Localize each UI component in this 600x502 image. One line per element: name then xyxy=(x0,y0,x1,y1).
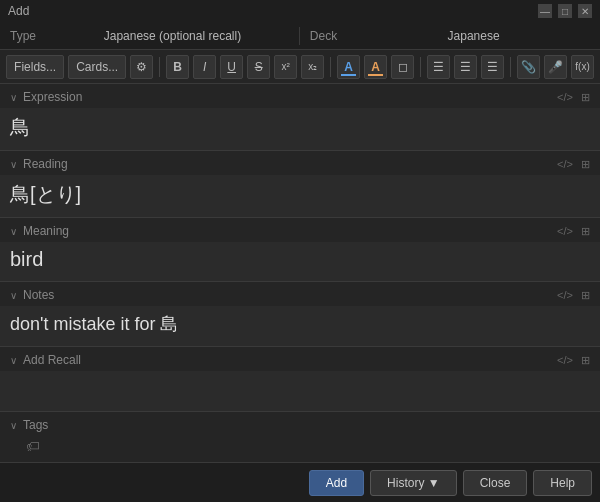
pin-icon-add-recall[interactable]: ⊞ xyxy=(581,354,590,367)
bold-icon: B xyxy=(173,60,182,74)
history-button[interactable]: History ▼ xyxy=(370,470,457,496)
chevron-icon-tags: ∨ xyxy=(10,420,17,431)
field-header-left-reading: ∨ Reading xyxy=(10,157,68,171)
field-text-notes[interactable]: don't mistake it for 島 xyxy=(10,312,590,336)
code-icon-add-recall[interactable]: </> xyxy=(557,354,573,366)
tags-header: ∨ Tags xyxy=(10,418,590,432)
pin-icon-notes[interactable]: ⊞ xyxy=(581,289,590,302)
type-deck-row: Type Japanese (optional recall) Deck Jap… xyxy=(0,22,600,50)
deck-label: Deck xyxy=(300,29,347,43)
field-section-add-recall: ∨ Add Recall </> ⊞ xyxy=(0,347,600,411)
type-label: Type xyxy=(0,29,46,43)
pin-icon-reading[interactable]: ⊞ xyxy=(581,158,590,171)
tags-input-area[interactable]: 🏷 xyxy=(10,436,590,456)
field-label-notes: Notes xyxy=(23,288,54,302)
add-button[interactable]: Add xyxy=(309,470,364,496)
align-button[interactable]: ☰ xyxy=(481,55,504,79)
field-content-add-recall[interactable] xyxy=(0,371,600,411)
ordered-list-icon: ☰ xyxy=(460,60,471,74)
sub-icon: x₂ xyxy=(308,61,317,72)
fields-button[interactable]: Fields... xyxy=(6,55,64,79)
field-header-right-notes[interactable]: </> ⊞ xyxy=(557,289,590,302)
field-header-left-meaning: ∨ Meaning xyxy=(10,224,69,238)
close-button[interactable]: Close xyxy=(463,470,528,496)
title-bar: Add — □ ✕ xyxy=(0,0,600,22)
field-label-expression: Expression xyxy=(23,90,82,104)
field-header-right[interactable]: </> ⊞ xyxy=(557,91,590,104)
window-controls[interactable]: — □ ✕ xyxy=(538,4,592,18)
field-content-expression[interactable]: 鳥 xyxy=(0,108,600,150)
bullet-list-button[interactable]: ☰ xyxy=(427,55,450,79)
pin-icon-meaning[interactable]: ⊞ xyxy=(581,225,590,238)
field-content-notes[interactable]: don't mistake it for 島 xyxy=(0,306,600,346)
tag-icon: 🏷 xyxy=(26,438,40,454)
color-a-icon: A xyxy=(344,60,353,74)
subscript-button[interactable]: x₂ xyxy=(301,55,324,79)
gear-icon: ⚙ xyxy=(136,60,147,74)
code-icon-reading[interactable]: </> xyxy=(557,158,573,170)
separator3 xyxy=(420,57,421,77)
align-icon: ☰ xyxy=(487,60,498,74)
maximize-button[interactable]: □ xyxy=(558,4,572,18)
underline-button[interactable]: U xyxy=(220,55,243,79)
field-header-notes: ∨ Notes </> ⊞ xyxy=(0,282,600,306)
strike-icon: S xyxy=(255,60,263,74)
help-button[interactable]: Help xyxy=(533,470,592,496)
field-content-reading[interactable]: 鳥[とり] xyxy=(0,175,600,217)
text-color-button[interactable]: A xyxy=(337,55,360,79)
field-text-reading[interactable]: 鳥[とり] xyxy=(10,181,590,207)
code-icon[interactable]: </> xyxy=(557,91,573,103)
attach-button[interactable]: 📎 xyxy=(517,55,540,79)
sup-icon: x² xyxy=(282,61,290,72)
field-content-meaning[interactable]: bird xyxy=(0,242,600,281)
separator2 xyxy=(330,57,331,77)
pin-icon[interactable]: ⊞ xyxy=(581,91,590,104)
function-button[interactable]: f(x) xyxy=(571,55,594,79)
italic-button[interactable]: I xyxy=(193,55,216,79)
field-text-add-recall[interactable] xyxy=(10,377,590,393)
highlight-color-button[interactable]: A xyxy=(364,55,387,79)
close-window-button[interactable]: ✕ xyxy=(578,4,592,18)
field-header-expression: ∨ Expression </> ⊞ xyxy=(0,84,600,108)
type-value[interactable]: Japanese (optional recall) xyxy=(46,25,299,47)
field-text-meaning[interactable]: bird xyxy=(10,248,590,271)
field-section-notes: ∨ Notes </> ⊞ don't mistake it for 島 xyxy=(0,282,600,347)
minimize-button[interactable]: — xyxy=(538,4,552,18)
ordered-list-button[interactable]: ☰ xyxy=(454,55,477,79)
record-button[interactable]: 🎤 xyxy=(544,55,567,79)
field-label-meaning: Meaning xyxy=(23,224,69,238)
field-header-meaning: ∨ Meaning </> ⊞ xyxy=(0,218,600,242)
erase-icon: ◻ xyxy=(398,60,408,74)
chevron-icon-notes: ∨ xyxy=(10,290,17,301)
function-icon: f(x) xyxy=(575,61,589,72)
gear-button[interactable]: ⚙ xyxy=(130,55,153,79)
fields-area[interactable]: ∨ Expression </> ⊞ 鳥 ∨ Reading </> ⊞ 鳥[と… xyxy=(0,84,600,411)
code-icon-notes[interactable]: </> xyxy=(557,289,573,301)
code-icon-meaning[interactable]: </> xyxy=(557,225,573,237)
bold-button[interactable]: B xyxy=(166,55,189,79)
field-header-left-add-recall: ∨ Add Recall xyxy=(10,353,81,367)
field-header-add-recall: ∨ Add Recall </> ⊞ xyxy=(0,347,600,371)
cards-button[interactable]: Cards... xyxy=(68,55,126,79)
field-header-right-reading[interactable]: </> ⊞ xyxy=(557,158,590,171)
field-header-left-notes: ∨ Notes xyxy=(10,288,54,302)
deck-value[interactable]: Japanese xyxy=(347,25,600,47)
underline-icon: U xyxy=(227,60,236,74)
strikethrough-button[interactable]: S xyxy=(247,55,270,79)
field-section-meaning: ∨ Meaning </> ⊞ bird xyxy=(0,218,600,282)
field-header-left: ∨ Expression xyxy=(10,90,82,104)
field-header-right-add-recall[interactable]: </> ⊞ xyxy=(557,354,590,367)
field-header-right-meaning[interactable]: </> ⊞ xyxy=(557,225,590,238)
bullet-list-icon: ☰ xyxy=(433,60,444,74)
field-section-expression: ∨ Expression </> ⊞ 鳥 xyxy=(0,84,600,151)
superscript-button[interactable]: x² xyxy=(274,55,297,79)
record-icon: 🎤 xyxy=(548,60,563,74)
tags-section: ∨ Tags 🏷 xyxy=(0,411,600,462)
field-text-expression[interactable]: 鳥 xyxy=(10,114,590,140)
tags-label: Tags xyxy=(23,418,48,432)
field-section-reading: ∨ Reading </> ⊞ 鳥[とり] xyxy=(0,151,600,218)
italic-icon: I xyxy=(203,60,206,74)
chevron-icon-meaning: ∨ xyxy=(10,226,17,237)
field-header-reading: ∨ Reading </> ⊞ xyxy=(0,151,600,175)
erase-button[interactable]: ◻ xyxy=(391,55,414,79)
